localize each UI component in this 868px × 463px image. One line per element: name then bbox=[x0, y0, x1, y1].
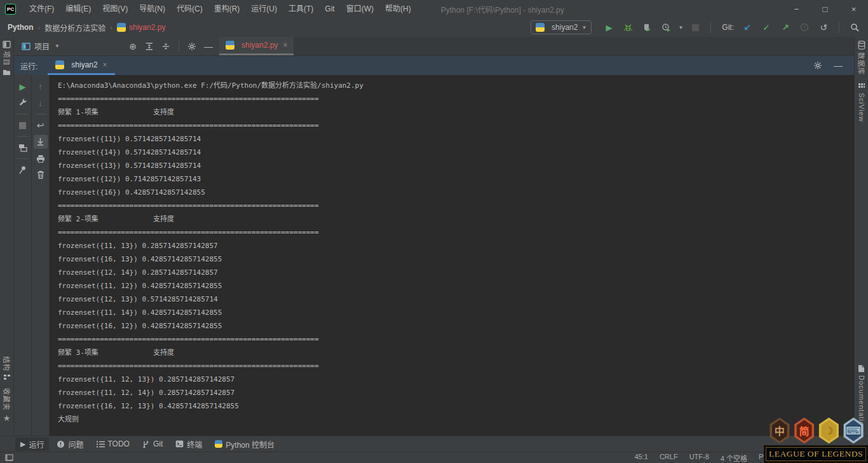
project-settings-button[interactable] bbox=[185, 39, 199, 53]
debug-button[interactable] bbox=[621, 20, 635, 34]
close-icon[interactable]: × bbox=[281, 41, 287, 50]
run-with-coverage-button[interactable] bbox=[640, 20, 654, 34]
toolwindow-problems-button[interactable]: 问题 bbox=[51, 438, 88, 451]
run-configuration-select[interactable]: shiyan2 ▼ bbox=[531, 20, 592, 34]
menu-item[interactable]: 工具(T) bbox=[283, 0, 319, 18]
menu-item[interactable]: 视图(V) bbox=[97, 0, 133, 18]
line-separator[interactable]: CRLF bbox=[660, 453, 678, 463]
run-panel-header: 运行: shiyan2 × — bbox=[14, 56, 854, 75]
editor-tab-shiyan2[interactable]: shiyan2.py × bbox=[219, 37, 294, 55]
file-encoding[interactable]: UTF-8 bbox=[689, 453, 709, 463]
run-tab-shiyan2[interactable]: shiyan2 × bbox=[48, 56, 114, 75]
breadcrumb-file[interactable]: shiyan2.py bbox=[129, 23, 165, 32]
project-panel-header: 项目 ▼ ⊕ — bbox=[14, 37, 219, 55]
run-button[interactable]: ▶ bbox=[602, 20, 616, 34]
console-line: frozenset({11}) 0.5714285714285714 bbox=[58, 132, 854, 146]
toolwindow-sciview-button[interactable]: SciView bbox=[858, 79, 865, 126]
console-line: ========================================… bbox=[58, 199, 854, 212]
toolwindow-structure-button[interactable]: 结构 bbox=[2, 352, 12, 384]
hide-run-panel-button[interactable]: — bbox=[831, 59, 845, 73]
console-line: ========================================… bbox=[58, 226, 854, 239]
print-button[interactable] bbox=[34, 151, 48, 165]
select-opened-file-button[interactable]: ⊕ bbox=[126, 39, 140, 53]
toolbar-divider bbox=[839, 22, 839, 33]
edit-configuration-button[interactable] bbox=[16, 96, 30, 110]
restore-layout-button[interactable] bbox=[16, 141, 30, 155]
menu-item[interactable]: 编辑(E) bbox=[60, 0, 97, 18]
expand-all-button[interactable] bbox=[142, 39, 156, 53]
run-toolbar: ▶ bbox=[14, 75, 32, 436]
ime-skin-banner[interactable]: LEAGUE OF LEGENDS bbox=[764, 445, 868, 463]
run-tab-label: shiyan2 bbox=[71, 60, 97, 69]
pin-tab-button[interactable] bbox=[16, 163, 30, 177]
toolwindow-favorites-button[interactable]: 收藏夹 ★ bbox=[2, 384, 12, 427]
search-everywhere-button[interactable] bbox=[848, 20, 862, 34]
rerun-button[interactable]: ▶ bbox=[16, 79, 30, 93]
close-button[interactable]: × bbox=[839, 0, 868, 18]
caret-position[interactable]: 45:1 bbox=[634, 453, 648, 463]
run-panel-settings-button[interactable] bbox=[811, 59, 825, 73]
toolwindow-git-button[interactable]: Git bbox=[137, 438, 168, 451]
toolwindow-run-button[interactable]: ▶ 运行 bbox=[15, 438, 49, 451]
toolwindow-terminal-button[interactable]: 终端 bbox=[170, 438, 207, 451]
ime-badge[interactable]: ⌨ bbox=[843, 417, 864, 444]
toolwindow-python-console-button[interactable]: Python 控制台 bbox=[210, 438, 280, 451]
breadcrumb-folder[interactable]: 数据分析方法实验 bbox=[44, 22, 105, 33]
ime-badge[interactable]: 简 bbox=[794, 417, 815, 444]
console-line: frozenset({12, 14}) 0.2857142857142857 bbox=[58, 266, 854, 279]
git-push-button[interactable]: ↗ bbox=[778, 20, 792, 34]
toolwindow-todo-button[interactable]: TODO bbox=[92, 438, 135, 451]
structure-icon bbox=[3, 374, 11, 380]
clear-console-button[interactable] bbox=[34, 168, 48, 182]
profiler-button[interactable] bbox=[659, 20, 673, 34]
console-line: frozenset({11, 12, 14}) 0.28571428571428… bbox=[58, 386, 854, 399]
star-icon: ★ bbox=[3, 413, 11, 423]
console-line: ========================================… bbox=[58, 333, 854, 346]
breadcrumb-chevron-icon: › bbox=[38, 24, 41, 31]
scroll-to-end-button[interactable] bbox=[34, 135, 48, 149]
toolwindow-project-button[interactable]: 项目 bbox=[2, 37, 12, 79]
stop-button bbox=[688, 20, 702, 34]
menu-item[interactable]: 帮助(H) bbox=[379, 0, 417, 18]
toolwindow-database-button[interactable]: 数据库 bbox=[857, 37, 867, 79]
git-update-button[interactable]: ↙ bbox=[740, 20, 754, 34]
console-line: frozenset({16, 12}) 0.42857142857142855 bbox=[58, 319, 854, 333]
console-line: 大规则 bbox=[58, 413, 854, 426]
rollback-button[interactable]: ↺ bbox=[817, 20, 831, 34]
console-line: E:\Anaconda3\Anaconda3\python.exe F:/代码/… bbox=[58, 79, 854, 92]
down-stacktrace-button: ↓ bbox=[34, 96, 48, 110]
toolbar-divider bbox=[179, 41, 179, 52]
close-icon[interactable]: × bbox=[102, 60, 107, 69]
minimize-button[interactable]: − bbox=[782, 0, 811, 18]
ime-badge[interactable]: 中 bbox=[769, 417, 790, 444]
collapse-all-button[interactable] bbox=[159, 39, 173, 53]
console-line: 频繁 3-项集 支持度 bbox=[58, 346, 854, 359]
menu-item[interactable]: 运行(U) bbox=[245, 0, 283, 18]
toolwindow-layout-icon[interactable] bbox=[5, 454, 13, 461]
menu-item[interactable]: 重构(R) bbox=[208, 0, 246, 18]
console-line: frozenset({11, 12, 13}) 0.28571428571428… bbox=[58, 373, 854, 386]
soft-wrap-button[interactable]: ↩ bbox=[34, 118, 48, 132]
editor-tab-strip: shiyan2.py × bbox=[219, 37, 854, 55]
run-panel-label: 运行: bbox=[20, 60, 37, 71]
menu-item[interactable]: 窗口(W) bbox=[341, 0, 379, 18]
hide-panel-button[interactable]: — bbox=[201, 39, 215, 53]
python-file-icon bbox=[226, 41, 234, 50]
toolbar-divider bbox=[710, 22, 711, 33]
ime-badge[interactable]: ☽ bbox=[818, 417, 840, 444]
maximize-button[interactable]: □ bbox=[811, 0, 839, 18]
run-console-output[interactable]: E:\Anaconda3\Anaconda3\python.exe F:/代码/… bbox=[50, 75, 854, 436]
sciview-grid-icon bbox=[858, 83, 865, 90]
console-toolbar: ↑ ↓ ↩ bbox=[32, 75, 50, 436]
menu-item[interactable]: 文件(F) bbox=[24, 0, 60, 18]
project-panel-title[interactable]: 项目 bbox=[34, 41, 50, 52]
breadcrumb-root[interactable]: Python bbox=[8, 23, 34, 32]
menu-item[interactable]: 代码(C) bbox=[171, 0, 208, 18]
console-line: frozenset({16, 12, 13}) 0.42857142857142… bbox=[58, 399, 854, 413]
git-commit-button[interactable]: ✓ bbox=[759, 20, 773, 34]
menu-item[interactable]: Git bbox=[319, 0, 340, 18]
menu-item[interactable]: 导航(N) bbox=[133, 0, 171, 18]
indent-style[interactable]: 4 个空格 bbox=[721, 453, 747, 463]
chevron-down-icon[interactable]: ▼ bbox=[55, 43, 60, 49]
chevron-down-icon[interactable]: ▼ bbox=[678, 25, 683, 31]
